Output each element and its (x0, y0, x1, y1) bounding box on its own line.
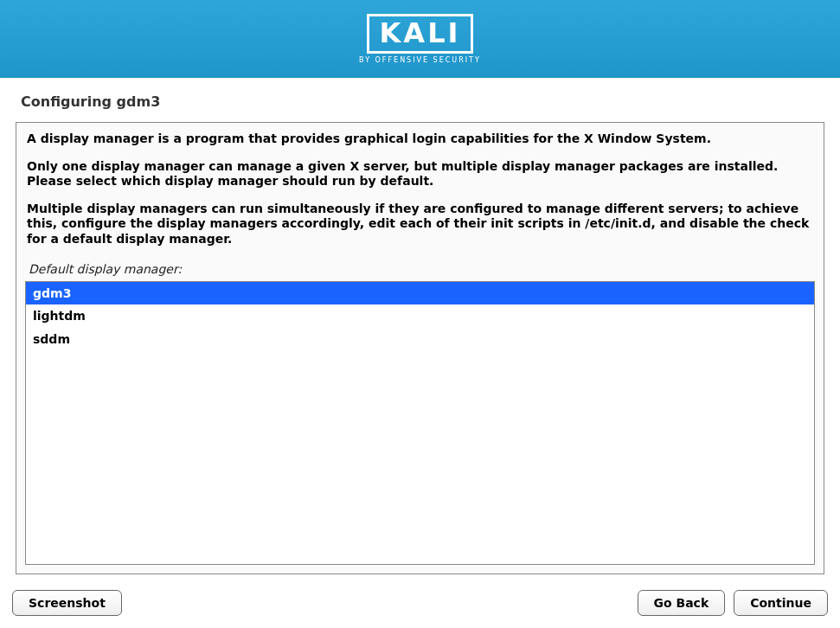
continue-button[interactable]: Continue (734, 590, 828, 616)
go-back-button[interactable]: Go Back (638, 590, 726, 616)
screenshot-button[interactable]: Screenshot (12, 590, 122, 616)
option-sddm[interactable]: sddm (26, 328, 814, 350)
config-panel: A display manager is a program that prov… (16, 122, 824, 574)
button-bar: Screenshot Go Back Continue (0, 583, 840, 628)
kali-logo: KALI BY OFFENSIVE SECURITY (359, 14, 481, 63)
display-manager-list[interactable]: gdm3 lightdm sddm (25, 281, 815, 565)
content: Configuring gdm3 A display manager is a … (0, 78, 840, 583)
description-p1: A display manager is a program that prov… (25, 131, 815, 147)
header-banner: KALI BY OFFENSIVE SECURITY (0, 0, 840, 78)
kali-logo-subtitle: BY OFFENSIVE SECURITY (359, 56, 481, 64)
description-p3: Multiple display managers can run simult… (25, 202, 815, 247)
description-p2: Only one display manager can manage a gi… (25, 159, 815, 189)
kali-logo-text: KALI (367, 14, 474, 53)
option-lightdm[interactable]: lightdm (26, 304, 814, 327)
option-gdm3[interactable]: gdm3 (26, 282, 814, 304)
page-title: Configuring gdm3 (21, 93, 824, 110)
prompt-label: Default display manager: (29, 262, 815, 276)
spacer (131, 590, 629, 616)
